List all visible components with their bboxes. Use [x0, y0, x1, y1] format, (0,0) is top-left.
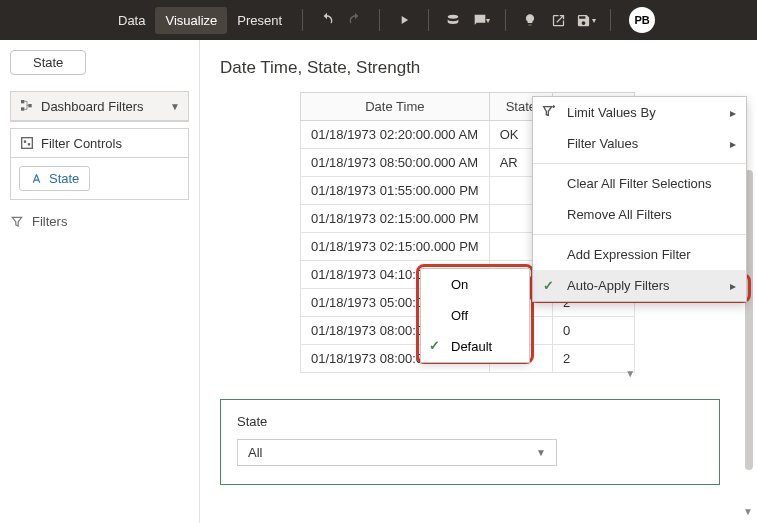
- scroll-down-icon[interactable]: ▼: [743, 506, 753, 517]
- hierarchy-icon: [19, 98, 35, 114]
- user-avatar[interactable]: PB: [629, 7, 655, 33]
- dashboard-filters-header[interactable]: Dashboard Filters ▼: [11, 92, 188, 121]
- sidebar: State Dashboard Filters ▼ Filter Control…: [0, 40, 200, 523]
- filters-label: Filters: [32, 214, 67, 229]
- undo-icon[interactable]: [313, 6, 341, 34]
- check-icon: ✓: [543, 278, 559, 294]
- svg-rect-1: [21, 107, 24, 110]
- bulb-icon[interactable]: [516, 6, 544, 34]
- state-filter-panel: State All ▼: [220, 399, 720, 485]
- comment-icon[interactable]: ▾: [467, 6, 495, 34]
- play-icon[interactable]: [390, 6, 418, 34]
- menu-limit-values-by[interactable]: Limit Values By▸: [533, 97, 746, 128]
- funnel-plus-icon: [541, 104, 557, 120]
- svg-rect-3: [22, 138, 33, 149]
- menu-add-expression-filter[interactable]: Add Expression Filter: [533, 239, 746, 270]
- save-icon[interactable]: ▾: [572, 6, 600, 34]
- funnel-icon: [10, 215, 24, 229]
- submenu-on[interactable]: On: [421, 269, 529, 300]
- filter-context-menu: Limit Values By▸ Filter Values▸ Clear Al…: [532, 96, 747, 302]
- redo-icon: [341, 6, 369, 34]
- filter-controls-panel: Filter Controls State: [10, 128, 189, 200]
- filter-controls-header[interactable]: Filter Controls: [11, 129, 188, 158]
- svg-point-4: [24, 141, 25, 142]
- controls-icon: [19, 135, 35, 151]
- menu-clear-selections[interactable]: Clear All Filter Selections: [533, 168, 746, 199]
- mode-tab-visualize[interactable]: Visualize: [155, 7, 227, 34]
- page-title: Date Time, State, Strength: [220, 58, 747, 78]
- state-filter-value: All: [248, 445, 262, 460]
- chevron-down-icon: ▼: [170, 101, 180, 112]
- state-filter-chip-label: State: [49, 171, 79, 186]
- menu-auto-apply-filters[interactable]: ✓ Auto-Apply Filters▸: [533, 270, 746, 301]
- submenu-off[interactable]: Off: [421, 300, 529, 331]
- menu-remove-all-filters[interactable]: Remove All Filters: [533, 199, 746, 230]
- filter-controls-label: Filter Controls: [41, 136, 180, 151]
- state-filter-label: State: [237, 414, 703, 429]
- state-chip[interactable]: State: [10, 50, 86, 75]
- table-scroll-down-icon[interactable]: ▼: [625, 368, 635, 379]
- check-icon: ✓: [429, 338, 440, 353]
- top-toolbar: Data Visualize Present ▾ ▾ PB: [0, 0, 757, 40]
- mode-tab-data[interactable]: Data: [108, 7, 155, 34]
- filters-link[interactable]: Filters: [10, 214, 189, 229]
- svg-rect-2: [28, 104, 31, 107]
- svg-point-5: [28, 144, 29, 145]
- text-a-icon: [30, 172, 43, 185]
- col-datetime[interactable]: Date Time: [301, 93, 490, 121]
- state-filter-dropdown[interactable]: All ▼: [237, 439, 557, 466]
- menu-filter-values[interactable]: Filter Values▸: [533, 128, 746, 159]
- dashboard-filters-label: Dashboard Filters: [41, 99, 170, 114]
- svg-rect-0: [21, 100, 24, 103]
- mode-tab-present[interactable]: Present: [227, 7, 292, 34]
- state-filter-chip[interactable]: State: [19, 166, 90, 191]
- chevron-down-icon: ▼: [536, 447, 546, 458]
- data-cube-icon[interactable]: [439, 6, 467, 34]
- export-icon[interactable]: [544, 6, 572, 34]
- mode-tab-group: Data Visualize Present: [108, 7, 292, 34]
- dashboard-filters-panel: Dashboard Filters ▼: [10, 91, 189, 122]
- auto-apply-submenu: On Off ✓ Default: [420, 268, 530, 363]
- submenu-default[interactable]: ✓ Default: [421, 331, 529, 362]
